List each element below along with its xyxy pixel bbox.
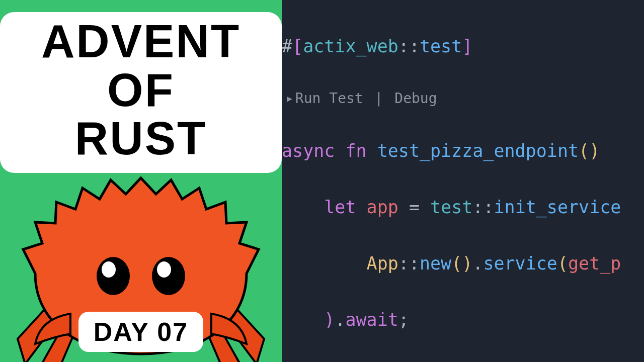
code-editor-panel: #[actix_web::test] ▶Run Test | Debug asy… (282, 0, 644, 362)
title-card: ADVENT OF RUST (0, 12, 282, 173)
day-badge: DAY 07 (78, 312, 203, 352)
title-line-1: ADVENT OF (15, 17, 267, 114)
codelens-row: ▶Run Test | Debug (282, 88, 644, 109)
play-icon[interactable]: ▶ (287, 88, 292, 109)
code-line-4: App::new().service(get_p (282, 249, 644, 278)
thumbnail-left-panel: ADVENT OF RUST DAY 07 (0, 0, 282, 362)
title-line-2: RUST (15, 114, 267, 163)
codelens-debug[interactable]: Debug (394, 88, 437, 109)
svg-point-0 (97, 257, 130, 295)
code-line-3: let app = test::init_service (282, 193, 644, 221)
code-line-1: #[actix_web::test] (282, 32, 644, 60)
svg-point-3 (157, 261, 171, 278)
code-line-5: ).await; (282, 306, 644, 334)
code-block: #[actix_web::test] ▶Run Test | Debug asy… (282, 0, 644, 362)
svg-point-2 (102, 261, 116, 278)
code-line-2: async fn test_pizza_endpoint() (282, 137, 644, 165)
codelens-run-test[interactable]: Run Test (295, 88, 363, 109)
svg-point-1 (152, 257, 185, 295)
